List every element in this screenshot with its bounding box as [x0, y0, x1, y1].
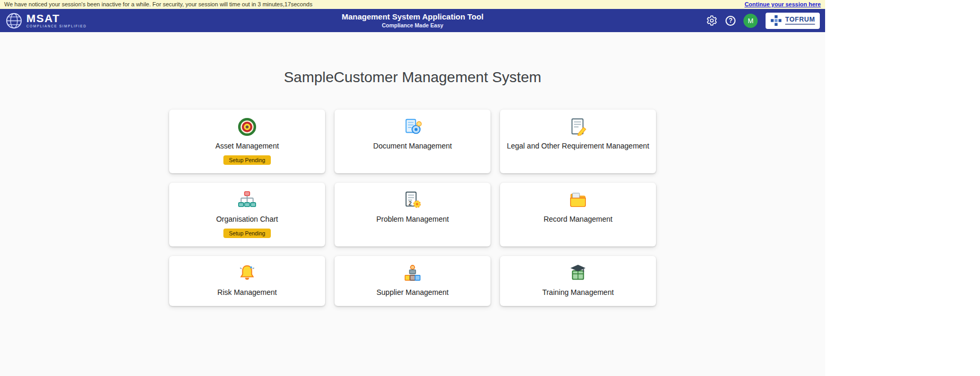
- module-label: Training Management: [505, 288, 651, 297]
- app-subtitle: Compliance Made Easy: [341, 22, 483, 29]
- tofrum-logo-text: TOFRUM: [785, 16, 815, 25]
- card-document-management[interactable]: Document Management: [335, 110, 491, 173]
- session-timeout-banner: We have noticed your session's been inac…: [0, 0, 825, 9]
- header-titles: Management System Application Tool Compl…: [341, 12, 483, 29]
- app-container: We have noticed your session's been inac…: [0, 0, 825, 376]
- module-label: Record Management: [505, 214, 651, 224]
- module-label: Document Management: [340, 141, 485, 151]
- help-icon[interactable]: ?: [726, 16, 736, 26]
- organisation-chart-icon: [174, 190, 320, 211]
- card-risk-management[interactable]: Risk Management: [169, 256, 325, 305]
- module-label: Problem Management: [340, 214, 485, 224]
- module-label: Organisation Chart: [174, 214, 320, 224]
- risk-management-icon: [174, 263, 320, 284]
- main-content: SampleCustomer Management System Asset M…: [0, 32, 825, 306]
- header-actions: ? M TOFRUM: [706, 13, 820, 29]
- asset-management-icon: [174, 116, 320, 137]
- page-title: SampleCustomer Management System: [0, 32, 825, 86]
- module-label: Risk Management: [174, 288, 320, 297]
- setup-pending-badge: Setup Pending: [223, 229, 271, 238]
- msat-logo-name: MSAT: [26, 13, 87, 24]
- tofrum-logo-rule: [785, 24, 815, 25]
- card-legal-and-other-requirement-management[interactable]: Legal and Other Requirement Management: [500, 110, 656, 173]
- tofrum-logo: TOFRUM: [766, 13, 820, 29]
- training-management-icon: [505, 263, 651, 284]
- document-management-icon: [340, 116, 485, 137]
- module-label: Supplier Management: [340, 288, 485, 297]
- card-organisation-chart[interactable]: Organisation Chart Setup Pending: [169, 183, 325, 246]
- tofrum-grid-icon: [770, 15, 782, 26]
- record-management-icon: [505, 190, 651, 211]
- settings-gear-icon[interactable]: [706, 15, 718, 26]
- msat-logo-tagline: COMPLIANCE SIMPLIFIED: [26, 25, 87, 28]
- setup-pending-badge: Setup Pending: [223, 155, 271, 165]
- app-title: Management System Application Tool: [341, 12, 483, 22]
- module-cards-grid: Asset Management Setup Pending Document …: [169, 110, 656, 306]
- card-asset-management[interactable]: Asset Management Setup Pending: [169, 110, 325, 173]
- continue-session-link[interactable]: Continue your session here: [744, 0, 821, 9]
- globe-icon: [5, 12, 23, 29]
- app-header: MSAT COMPLIANCE SIMPLIFIED Management Sy…: [0, 9, 825, 32]
- user-avatar[interactable]: M: [743, 14, 758, 28]
- module-label: Legal and Other Requirement Management: [505, 141, 651, 151]
- card-record-management[interactable]: Record Management: [500, 183, 656, 246]
- msat-logo[interactable]: MSAT COMPLIANCE SIMPLIFIED: [5, 12, 87, 29]
- module-label: Asset Management: [174, 141, 320, 151]
- supplier-management-icon: [340, 263, 485, 284]
- card-supplier-management[interactable]: Supplier Management: [335, 256, 491, 305]
- legal-management-icon: [505, 116, 651, 137]
- problem-management-icon: 2: [340, 190, 485, 211]
- tofrum-logo-name: TOFRUM: [785, 16, 815, 23]
- svg-text:2: 2: [408, 201, 411, 206]
- card-training-management[interactable]: Training Management: [500, 256, 656, 305]
- card-problem-management[interactable]: 2 Problem Management: [335, 183, 491, 246]
- msat-logo-text: MSAT COMPLIANCE SIMPLIFIED: [26, 13, 87, 28]
- session-timeout-message: We have noticed your session's been inac…: [4, 0, 312, 9]
